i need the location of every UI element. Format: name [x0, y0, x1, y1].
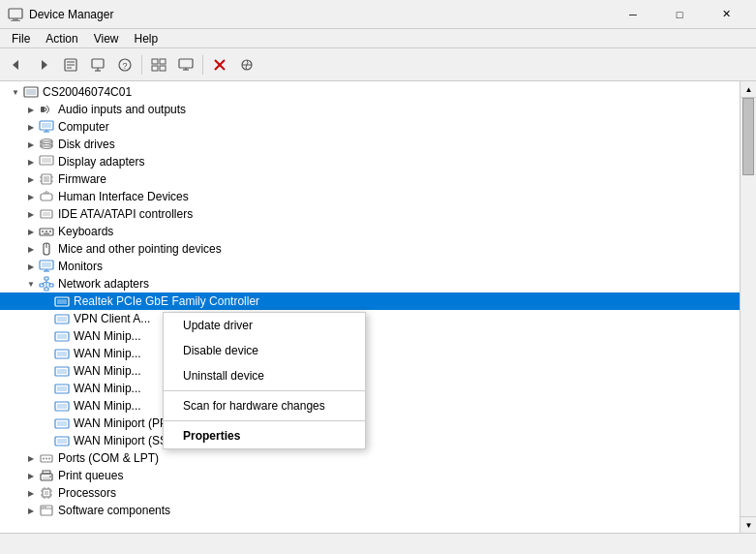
menu-action[interactable]: Action [38, 30, 85, 47]
close-button[interactable]: ✕ [704, 0, 748, 29]
tree-item-monitors[interactable]: ▶ Monitors [0, 258, 740, 275]
svg-rect-82 [57, 421, 67, 426]
tree-item-hid[interactable]: ▶ Human Interface Devices [0, 188, 740, 205]
toolbar-sep2 [202, 55, 203, 75]
toolbar-scan[interactable] [234, 52, 259, 77]
tree-item-wan4[interactable]: WAN Minip... [0, 380, 740, 397]
title-bar-text: Device Manager [29, 8, 611, 21]
context-menu-update-driver[interactable]: Update driver [164, 313, 365, 338]
disk-label: Disk drives [58, 138, 115, 151]
scrollbar[interactable]: ▲ ▼ [740, 81, 756, 533]
root-label: CS20046074C01 [43, 85, 132, 99]
svg-marker-4 [42, 60, 47, 70]
menu-view[interactable]: View [86, 30, 127, 47]
expand-icon-disk[interactable]: ▶ [23, 137, 39, 152]
expand-icon-ports[interactable]: ▶ [23, 450, 39, 466]
tree-item-wan3[interactable]: WAN Minip... [0, 362, 740, 380]
tree-item-display[interactable]: ▶ Display adapters [0, 153, 740, 170]
expand-icon-ide[interactable]: ▶ [23, 206, 39, 222]
expand-icon-audio[interactable]: ▶ [23, 102, 39, 117]
hid-icon [39, 189, 54, 204]
expand-icon-mice[interactable]: ▶ [23, 241, 39, 257]
toolbar-forward[interactable] [31, 52, 56, 77]
context-menu-disable-device[interactable]: Disable device [164, 338, 365, 363]
tree-view[interactable]: ▼ CS20046074C01 ▶ [0, 81, 740, 533]
toolbar-view[interactable] [146, 52, 171, 77]
tree-item-wan2[interactable]: WAN Minip... [0, 345, 740, 362]
keyboards-label: Keyboards [58, 225, 113, 238]
svg-point-88 [48, 458, 50, 460]
scroll-up-button[interactable]: ▲ [741, 81, 756, 98]
tree-item-ports[interactable]: ▶ Ports (COM & LPT) [0, 449, 740, 467]
expand-icon-print[interactable]: ▶ [23, 468, 39, 483]
wan3-label: WAN Minip... [74, 364, 141, 378]
expand-icon[interactable]: ▼ [8, 84, 23, 100]
tree-item-computer[interactable]: ▶ Computer [0, 118, 740, 136]
wan1-icon [54, 328, 70, 344]
expand-icon-network[interactable]: ▼ [23, 276, 39, 292]
menu-file[interactable]: File [4, 30, 38, 47]
computer-icon [39, 119, 54, 135]
expand-icon-hid[interactable]: ▶ [23, 189, 39, 204]
tree-item-network[interactable]: ▼ Network adapters [0, 275, 740, 292]
svg-rect-68 [57, 299, 67, 304]
tree-item-processors[interactable]: ▶ Processors [0, 484, 740, 502]
expand-icon-wan-pptp [39, 416, 54, 431]
toolbar-back[interactable] [4, 52, 29, 77]
tree-item-mice[interactable]: ▶ Mice and other pointing devices [0, 240, 740, 258]
scroll-down-button[interactable]: ▼ [741, 516, 756, 533]
hid-label: Human Interface Devices [58, 190, 189, 203]
svg-line-64 [42, 282, 46, 284]
svg-rect-48 [43, 212, 50, 216]
monitor-icon [39, 259, 54, 274]
toolbar-help[interactable]: ? [112, 52, 137, 77]
context-menu-properties[interactable]: Properties [164, 423, 365, 448]
minimize-button[interactable]: ─ [611, 0, 655, 29]
context-menu-scan-hardware[interactable]: Scan for hardware changes [164, 393, 365, 418]
expand-icon-keyboards[interactable]: ▶ [23, 224, 39, 239]
tree-item-wan5[interactable]: WAN Minip... [0, 397, 740, 415]
tree-item-disk[interactable]: ▶ Disk drives [0, 136, 740, 153]
wan-pptp-icon [54, 416, 70, 431]
expand-icon-wan-sstp [39, 433, 54, 448]
tree-item-audio[interactable]: ▶ Audio inputs and outputs [0, 101, 740, 118]
tree-item-firmware[interactable]: ▶ Firmware [0, 170, 740, 188]
tree-item-print[interactable]: ▶ Print queues [0, 467, 740, 484]
tree-item-keyboards[interactable]: ▶ Keyboards [0, 223, 740, 240]
maximize-button[interactable]: □ [657, 0, 702, 29]
tree-item-wan-sstp[interactable]: WAN Miniport (SSTP) [0, 432, 740, 449]
expand-icon-wan1 [39, 328, 54, 344]
toolbar-update[interactable] [85, 52, 110, 77]
svg-point-87 [45, 458, 47, 460]
wan4-label: WAN Minip... [74, 382, 141, 395]
toolbar-monitor[interactable] [173, 52, 198, 77]
toolbar-uninstall[interactable] [207, 52, 232, 77]
tree-item-wan1[interactable]: WAN Minip... [0, 327, 740, 345]
svg-rect-56 [42, 262, 51, 267]
tree-item-vpn[interactable]: VPN Client A... [0, 310, 740, 327]
svg-rect-52 [49, 231, 51, 232]
svg-rect-72 [57, 334, 67, 339]
title-bar-controls: ─ □ ✕ [611, 0, 748, 29]
tree-item-realtek[interactable]: Realtek PCIe GbE Family Controller [0, 292, 740, 310]
context-menu-uninstall-device[interactable]: Uninstall device [164, 363, 365, 388]
expand-icon-computer[interactable]: ▶ [23, 119, 39, 135]
tree-item-ide[interactable]: ▶ IDE ATA/ATAPI controllers [0, 205, 740, 223]
tree-item-wan-pptp[interactable]: WAN Miniport (PPTP) [0, 415, 740, 432]
vpn-icon [54, 311, 70, 326]
expand-icon-display[interactable]: ▶ [23, 154, 39, 169]
expand-icon-monitors[interactable]: ▶ [23, 259, 39, 274]
expand-icon-software[interactable]: ▶ [23, 503, 39, 518]
svg-rect-53 [44, 233, 49, 235]
expand-icon-firmware[interactable]: ▶ [23, 171, 39, 187]
svg-text:?: ? [122, 61, 127, 71]
toolbar-properties[interactable] [58, 52, 83, 77]
scroll-thumb[interactable] [742, 98, 754, 175]
svg-rect-27 [41, 107, 45, 112]
cpu-icon [39, 485, 54, 501]
menu-help[interactable]: Help [127, 30, 166, 47]
tree-root[interactable]: ▼ CS20046074C01 [0, 83, 740, 101]
toolbar: ? [0, 48, 756, 81]
expand-icon-processors[interactable]: ▶ [23, 485, 39, 501]
tree-item-software[interactable]: ▶ Software components [0, 502, 740, 519]
